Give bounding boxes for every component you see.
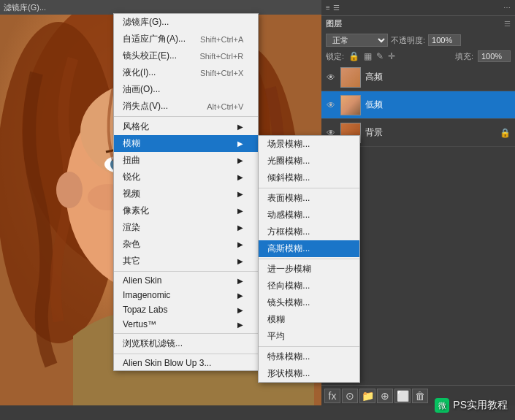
- submenu-more-blur[interactable]: 进一步模糊: [259, 261, 359, 278]
- layer-thumb-high: [340, 67, 361, 88]
- menu-oil-paint[interactable]: 油画(O)...: [114, 81, 258, 98]
- blend-mode-select[interactable]: 正常: [326, 34, 388, 47]
- menu-browse-online[interactable]: 浏览联机滤镜...: [114, 335, 258, 352]
- lock-row: 锁定: 🔒 ▦ ✎ ✛ 填充:: [321, 49, 515, 64]
- submenu-sep-2: [259, 259, 359, 259]
- layer-item-high[interactable]: 👁 高频: [321, 64, 515, 91]
- menu-stylize[interactable]: 风格化 ▶: [114, 118, 258, 135]
- fill-label: 填充:: [455, 51, 473, 62]
- submenu-sep-1: [259, 188, 359, 188]
- menu-pixelate[interactable]: 像素化 ▶: [114, 202, 258, 219]
- lock-label: 锁定:: [326, 51, 344, 62]
- layers-options-icon[interactable]: ☰: [504, 20, 511, 28]
- panel-icon-bar: ≡ ☰ ⋯: [321, 0, 515, 16]
- layers-list: 👁 高频 👁 低频 👁 背景 🔒: [321, 64, 515, 147]
- bg-lock-icon: 🔒: [500, 128, 511, 138]
- toolbar-adjustment-btn[interactable]: ⊕: [377, 389, 393, 403]
- layer-name-low: 低频: [365, 99, 511, 111]
- lock-paint-icon[interactable]: ✎: [376, 51, 384, 61]
- separator-1: [114, 116, 258, 117]
- menu-render[interactable]: 渲染 ▶: [114, 219, 258, 236]
- menu-other[interactable]: 其它 ▶: [114, 253, 258, 270]
- menu-blow-up[interactable]: Alien Skin Blow Up 3...: [114, 356, 258, 370]
- toolbar-trash-btn[interactable]: 🗑: [412, 389, 428, 403]
- watermark-text: PS实用教程: [453, 399, 508, 412]
- blur-submenu-container: 场景模糊... 光圈模糊... 倾斜模糊... 表面模糊... 动感模糊...: [258, 135, 360, 383]
- layer-thumb-low: [340, 95, 361, 115]
- separator-2: [114, 271, 258, 272]
- menu-sharpen[interactable]: 锐化 ▶: [114, 169, 258, 186]
- menu-vertus[interactable]: Vertus™ ▶: [114, 317, 258, 332]
- submenu-surface-blur[interactable]: 表面模糊...: [259, 190, 359, 207]
- menu-alien-skin[interactable]: Alien Skin ▶: [114, 273, 258, 288]
- menu-lens-correction[interactable]: 镜头校正(E)... Shift+Ctrl+R: [114, 47, 258, 64]
- menu-imagenomic[interactable]: Imagenomic ▶: [114, 288, 258, 302]
- submenu-motion-blur[interactable]: 动感模糊...: [259, 207, 359, 224]
- menu-filter-gallery[interactable]: 滤镜库(G)...: [114, 14, 258, 31]
- submenu-iris-blur[interactable]: 光圈模糊...: [259, 153, 359, 169]
- submenu-scene-blur[interactable]: 场景模糊...: [259, 136, 359, 153]
- panel-icon-3[interactable]: ⋯: [503, 4, 511, 12]
- submenu-shape-blur[interactable]: 形状模糊...: [259, 365, 359, 382]
- layer-name-bg: 背景: [365, 126, 495, 139]
- menu-noise[interactable]: 杂色 ▶: [114, 236, 258, 253]
- submenu-box-blur[interactable]: 方框模糊...: [259, 224, 359, 240]
- dropdown-menu-container: 滤镜库(G)... 自适应广角(A)... Shift+Ctrl+A 镜头校正(…: [113, 13, 259, 371]
- submenu-blur-simple[interactable]: 模糊: [259, 311, 359, 328]
- menu-blur[interactable]: 模糊 ▶ 场景模糊... 光圈模糊... 倾斜模糊... 表面模糊..: [114, 135, 258, 152]
- layer-item-low[interactable]: 👁 低频: [321, 91, 515, 119]
- watermark: 微 PS实用教程: [435, 398, 508, 413]
- svg-point-19: [56, 172, 83, 208]
- filter-menu-item[interactable]: 滤镜库(G)...: [4, 2, 46, 13]
- blur-submenu: 场景模糊... 光圈模糊... 倾斜模糊... 表面模糊... 动感模糊...: [258, 135, 360, 383]
- menu-vanish-point[interactable]: 消失点(V)... Alt+Ctrl+V: [114, 98, 258, 115]
- menu-video[interactable]: 视频 ▶: [114, 186, 258, 202]
- submenu-gaussian-blur[interactable]: 高斯模糊...: [259, 240, 359, 257]
- layer-eye-low[interactable]: 👁: [326, 100, 336, 110]
- menu-topaz[interactable]: Topaz Labs ▶: [114, 302, 258, 317]
- separator-4: [114, 354, 258, 354]
- submenu-tilt-blur[interactable]: 倾斜模糊...: [259, 169, 359, 186]
- panel-icon-2[interactable]: ☰: [333, 4, 340, 12]
- layers-header: 图层 ☰: [321, 16, 515, 31]
- layer-name-high: 高频: [365, 71, 511, 83]
- blend-mode-row: 正常 不透明度:: [321, 31, 515, 49]
- toolbar-circle-btn[interactable]: ⊙: [342, 389, 358, 403]
- layer-eye-high[interactable]: 👁: [326, 72, 336, 83]
- panel-icon-1[interactable]: ≡: [326, 4, 330, 12]
- lock-move-icon[interactable]: ✛: [388, 51, 395, 61]
- opacity-label: 不透明度:: [391, 35, 425, 46]
- fill-input[interactable]: [478, 50, 511, 62]
- toolbar-folder-btn[interactable]: 📁: [359, 389, 375, 403]
- menu-liquify[interactable]: 液化(I)... Shift+Ctrl+X: [114, 64, 258, 81]
- toolbar-fx-btn[interactable]: fx: [324, 389, 340, 403]
- submenu-lens-blur[interactable]: 镜头模糊...: [259, 294, 359, 311]
- menu-adaptive-wide[interactable]: 自适应广角(A)... Shift+Ctrl+A: [114, 31, 258, 47]
- opacity-input[interactable]: [428, 34, 461, 46]
- filter-dropdown: 滤镜库(G)... 自适应广角(A)... Shift+Ctrl+A 镜头校正(…: [113, 13, 259, 371]
- submenu-radial-blur[interactable]: 径向模糊...: [259, 278, 359, 294]
- layers-title: 图层: [326, 18, 342, 29]
- toolbar-mask-btn[interactable]: ⬜: [394, 389, 411, 403]
- submenu-average[interactable]: 平均: [259, 328, 359, 345]
- submenu-sep-3: [259, 346, 359, 347]
- lock-icon[interactable]: 🔒: [348, 51, 359, 61]
- wechat-icon: 微: [435, 398, 449, 413]
- menu-bar[interactable]: 滤镜库(G)...: [0, 0, 321, 15]
- separator-3: [114, 333, 258, 334]
- submenu-special-blur[interactable]: 特殊模糊...: [259, 348, 359, 365]
- lock-transparent-icon[interactable]: ▦: [364, 51, 372, 61]
- menu-distort[interactable]: 扭曲 ▶: [114, 152, 258, 169]
